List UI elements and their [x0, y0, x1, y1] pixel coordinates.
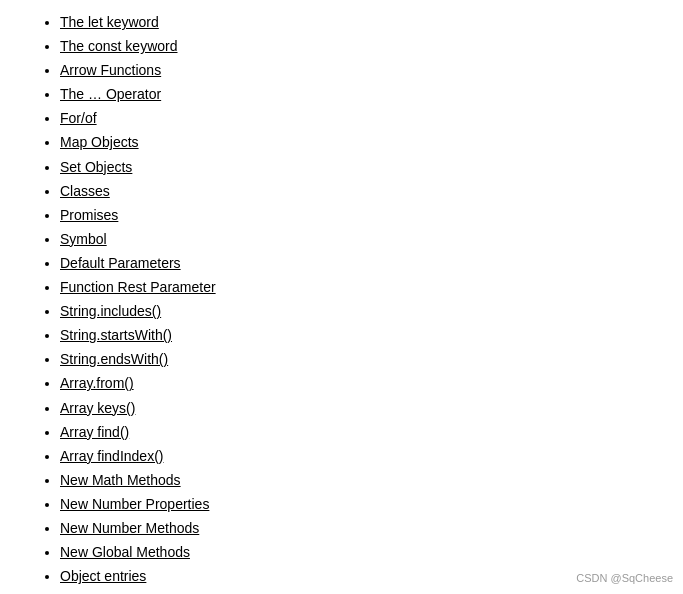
list-item-link[interactable]: New Math Methods — [60, 472, 181, 488]
list-item: String.endsWith() — [60, 348, 663, 371]
list-item-link[interactable]: Array findIndex() — [60, 448, 163, 464]
list-item-link[interactable]: String.startsWith() — [60, 327, 172, 343]
list-item-link[interactable]: The let keyword — [60, 14, 159, 30]
list-item-link[interactable]: Classes — [60, 183, 110, 199]
list-item: New Number Properties — [60, 493, 663, 516]
list-item-link[interactable]: New Number Methods — [60, 520, 199, 536]
list-item: Array.from() — [60, 372, 663, 395]
list-item-link[interactable]: Object entries — [60, 568, 146, 584]
list-item: JavaScript Modules — [60, 589, 663, 594]
list-item: String.includes() — [60, 300, 663, 323]
list-item: New Math Methods — [60, 469, 663, 492]
main-list: The let keywordThe const keywordArrow Fu… — [20, 11, 663, 594]
list-item: New Global Methods — [60, 541, 663, 564]
list-item-link[interactable]: Array.from() — [60, 375, 134, 391]
list-item: Object entries — [60, 565, 663, 588]
list-item: New Number Methods — [60, 517, 663, 540]
watermark: CSDN @SqCheese — [576, 572, 673, 584]
list-item-link[interactable]: Default Parameters — [60, 255, 181, 271]
list-item: Promises — [60, 204, 663, 227]
list-item-link[interactable]: Map Objects — [60, 134, 139, 150]
list-item-link[interactable]: Set Objects — [60, 159, 132, 175]
list-item-link[interactable]: New Number Properties — [60, 496, 209, 512]
list-item: Map Objects — [60, 131, 663, 154]
list-item-link[interactable]: For/of — [60, 110, 97, 126]
list-item: String.startsWith() — [60, 324, 663, 347]
list-item-link[interactable]: String.includes() — [60, 303, 161, 319]
list-item: The const keyword — [60, 35, 663, 58]
list-item: Classes — [60, 180, 663, 203]
list-item-link[interactable]: The … Operator — [60, 86, 161, 102]
list-item: The let keyword — [60, 11, 663, 34]
list-item: The … Operator — [60, 83, 663, 106]
list-item: Array keys() — [60, 397, 663, 420]
list-item: Symbol — [60, 228, 663, 251]
list-item-link[interactable]: Symbol — [60, 231, 107, 247]
list-item: Set Objects — [60, 156, 663, 179]
list-item: Function Rest Parameter — [60, 276, 663, 299]
list-item: Array findIndex() — [60, 445, 663, 468]
list-item-link[interactable]: Array keys() — [60, 400, 135, 416]
list-item-link[interactable]: Array find() — [60, 424, 129, 440]
list-item-link[interactable]: String.endsWith() — [60, 351, 168, 367]
list-item: Array find() — [60, 421, 663, 444]
list-item-link[interactable]: The const keyword — [60, 38, 178, 54]
list-item-link[interactable]: New Global Methods — [60, 544, 190, 560]
list-item-link[interactable]: Arrow Functions — [60, 62, 161, 78]
list-item: For/of — [60, 107, 663, 130]
list-item-link[interactable]: Promises — [60, 207, 118, 223]
list-item: Arrow Functions — [60, 59, 663, 82]
list-item-link[interactable]: Function Rest Parameter — [60, 279, 216, 295]
list-item: Default Parameters — [60, 252, 663, 275]
